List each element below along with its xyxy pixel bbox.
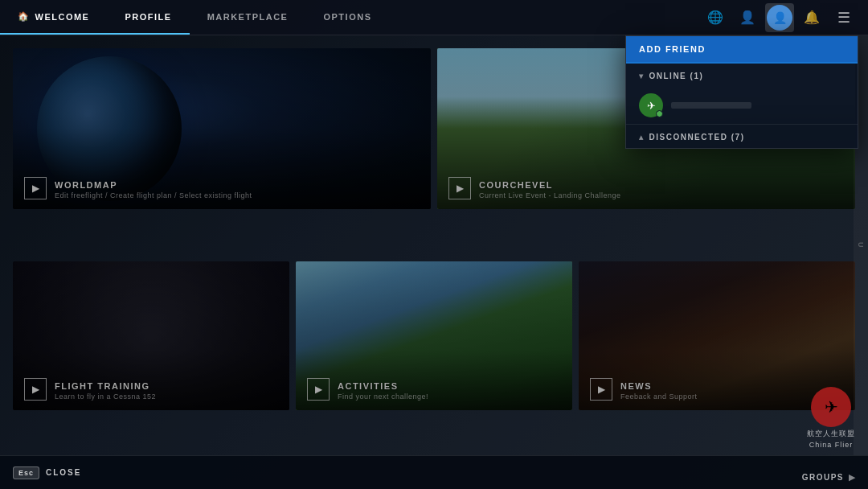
watermark-text-line2: China Flier xyxy=(809,441,854,449)
disconnected-section-header[interactable]: ▴ DISCONNECTED (7) xyxy=(626,125,858,148)
home-icon: 🏠 xyxy=(18,11,31,22)
avatar: 👤 xyxy=(767,5,792,31)
globe-icon: 🌐 xyxy=(707,10,723,25)
tab-welcome[interactable]: 🏠 WELCOME xyxy=(0,0,107,35)
close-label: CLOSE xyxy=(46,468,81,477)
watermark: ✈ 航空人生联盟 China Flier xyxy=(807,387,855,449)
online-status-dot xyxy=(656,110,663,117)
groups-button[interactable]: GROUPS ▶ xyxy=(802,472,855,483)
bottom-bar: Esc CLOSE GROUPS ▶ xyxy=(0,455,868,489)
tab-welcome-label: WELCOME xyxy=(35,12,90,22)
nav-bar: 🏠 WELCOME PROFILE MARKETPLACE OPTIONS 🌐 … xyxy=(0,0,868,35)
person-icon: 👤 xyxy=(739,10,755,25)
online-label: ONLINE (1) xyxy=(649,72,704,80)
menu-button[interactable]: ☰ xyxy=(829,3,858,32)
nav-icon-group: 🌐 👤 👤 🔔 ☰ xyxy=(701,0,868,35)
groups-label: GROUPS xyxy=(802,473,844,482)
tab-options[interactable]: OPTIONS xyxy=(305,0,389,35)
bell-icon: 🔔 xyxy=(804,10,820,25)
watermark-circle: ✈ xyxy=(811,387,851,427)
tab-marketplace-label: MARKETPLACE xyxy=(207,12,289,22)
friend-avatar: ✈ xyxy=(639,93,663,117)
user-active-button[interactable]: 👤 xyxy=(765,3,794,32)
online-section-header[interactable]: ▾ ONLINE (1) xyxy=(626,64,858,87)
avatar-icon: 👤 xyxy=(773,11,787,24)
groups-arrow-icon: ▶ xyxy=(849,472,855,483)
online-caret: ▾ xyxy=(639,72,645,80)
esc-badge: Esc xyxy=(13,466,39,479)
friend-name-bar xyxy=(671,102,751,109)
disconnected-label: DISCONNECTED (7) xyxy=(649,133,745,142)
tab-profile-label: PROFILE xyxy=(125,12,171,22)
menu-icon: ☰ xyxy=(837,9,850,27)
tab-profile[interactable]: PROFILE xyxy=(107,0,189,35)
friends-panel: ADD FRIEND ▾ ONLINE (1) ✈ ▴ DISCONNECTED… xyxy=(625,35,858,149)
friend-item[interactable]: ✈ xyxy=(626,87,858,124)
add-friend-button[interactable]: ADD FRIEND xyxy=(626,36,858,64)
watermark-text-line1: 航空人生联盟 xyxy=(807,429,855,439)
tab-options-label: OPTIONS xyxy=(323,12,371,22)
disconnected-section: ▴ DISCONNECTED (7) xyxy=(626,124,858,148)
close-button[interactable]: Esc CLOSE xyxy=(13,466,81,479)
watermark-icon: ✈ xyxy=(825,397,838,417)
globe-button[interactable]: 🌐 xyxy=(701,3,730,32)
friend-avatar-icon: ✈ xyxy=(647,100,656,112)
person-button[interactable]: 👤 xyxy=(733,3,762,32)
disconnected-caret: ▴ xyxy=(639,133,645,142)
tab-marketplace[interactable]: MARKETPLACE xyxy=(190,0,306,35)
bell-button[interactable]: 🔔 xyxy=(797,3,826,32)
